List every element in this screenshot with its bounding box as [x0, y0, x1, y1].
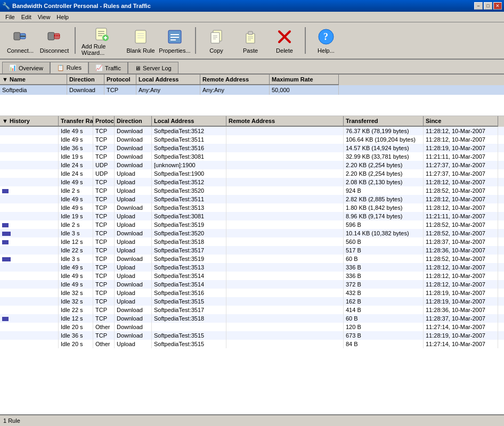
history-cell-local: SoftpediaTest:3517 — [152, 306, 226, 314]
history-cell-since: 11:28:36, 10-Mar-2007 — [424, 306, 498, 314]
help-button[interactable]: ? Help... — [310, 25, 342, 56]
delete-button[interactable]: Delete — [269, 25, 300, 56]
history-row[interactable]: Idle 3 sTCPDownloadSoftpediaTest:351960 … — [0, 255, 504, 263]
history-cell-transferred: 1.80 KB (1,842 bytes) — [344, 203, 424, 212]
history-cell-protocol: TCP — [93, 144, 115, 152]
tab-server-log[interactable]: 🖥 Server Log — [128, 62, 178, 73]
history-row[interactable]: Idle 12 sTCPDownloadSoftpediaTest:351860… — [0, 314, 504, 323]
history-cell-protocol: TCP — [93, 152, 115, 161]
history-cell-local: SoftpediaTest:3514 — [152, 272, 226, 280]
history-cell-transferred: 560 B — [344, 237, 424, 246]
history-cell-rate: Idle 49 s — [59, 272, 93, 280]
history-rows-container: Idle 49 sTCPDownloadSoftpediaTest:351276… — [0, 127, 504, 348]
history-cell-rate: Idle 49 s — [59, 280, 93, 289]
tab-overview[interactable]: 📊 Overview — [2, 62, 50, 73]
history-cell-rate: Idle 2 s — [59, 220, 93, 229]
history-cell-rate: Idle 32 s — [59, 289, 93, 297]
history-cell-name — [0, 297, 59, 306]
history-cell-remote — [226, 280, 344, 289]
history-row[interactable]: Idle 2 sTCPUploadSoftpediaTest:3520924 B… — [0, 186, 504, 195]
history-row[interactable]: Idle 24 sUDPUploadSoftpediaTest:19002.20… — [0, 169, 504, 178]
disconnect-button[interactable]: Disconnect — [38, 25, 70, 56]
history-cell-local: SoftpediaTest:3517 — [152, 246, 226, 255]
history-cell-rate: Idle 19 s — [59, 152, 93, 161]
history-section[interactable]: ▼ History Transfer Ra... Protocol Direct… — [0, 116, 504, 414]
history-cell-direction: Download — [115, 331, 152, 340]
menu-edit[interactable]: Edit — [18, 13, 35, 21]
history-cell-transferred: 14.57 KB (14,924 bytes) — [344, 144, 424, 152]
history-row[interactable]: Idle 19 sTCPDownloadSoftpediaTest:308132… — [0, 152, 504, 161]
title-text: Bandwidth Controller Personal - Rules an… — [12, 3, 151, 9]
history-row[interactable]: Idle 12 sTCPUploadSoftpediaTest:3518560 … — [0, 237, 504, 246]
history-row[interactable]: Idle 49 sTCPDownloadSoftpediaTest:35131.… — [0, 203, 504, 212]
history-cell-local: SoftpediaTest:3518 — [152, 237, 226, 246]
history-row[interactable]: Idle 32 sTCPUploadSoftpediaTest:3515162 … — [0, 297, 504, 306]
history-cell-since: 11:28:19, 10-Mar-2007 — [424, 331, 498, 340]
history-cell-direction: Download — [115, 203, 152, 212]
history-row[interactable]: Idle 20 sOtherUploadSoftpediaTest:351584… — [0, 340, 504, 348]
copy-button[interactable]: Copy — [200, 25, 232, 56]
paste-label: Paste — [243, 47, 258, 54]
connect-button[interactable]: Connect... — [4, 25, 36, 56]
disconnect-label: Disconnect — [40, 47, 69, 54]
history-cell-direction: Download — [115, 127, 152, 135]
history-row[interactable]: Idle 24 sUDPDownload[unknown]:19002.20 K… — [0, 161, 504, 169]
history-cell-remote — [226, 186, 344, 195]
maximize-button[interactable]: □ — [484, 2, 492, 10]
history-row[interactable]: Idle 19 sTCPUploadSoftpediaTest:30818.96… — [0, 212, 504, 220]
rules-col-remote: Remote Address — [200, 75, 270, 85]
separator-3 — [305, 27, 306, 54]
history-row[interactable]: Idle 49 sTCPUploadSoftpediaTest:35112.82… — [0, 195, 504, 203]
history-row[interactable]: Idle 49 sTCPUploadSoftpediaTest:35122.08… — [0, 178, 504, 186]
history-row[interactable]: Idle 36 sTCPDownloadSoftpediaTest:351614… — [0, 144, 504, 152]
add-rule-wizard-button[interactable]: Add Rule Wizard... — [80, 25, 123, 56]
close-button[interactable]: ✕ — [493, 2, 502, 10]
history-row[interactable]: Idle 22 sTCPUploadSoftpediaTest:3517517 … — [0, 246, 504, 255]
properties-button[interactable]: Properties... — [159, 25, 191, 56]
history-cell-transferred: 336 B — [344, 263, 424, 272]
history-col-remote: Remote Address — [226, 116, 344, 127]
history-cell-transferred: 924 B — [344, 186, 424, 195]
history-cell-rate: Idle 19 s — [59, 212, 93, 220]
rules-col-name: ▼ Name — [0, 75, 67, 85]
history-cell-remote — [226, 161, 344, 169]
history-cell-local: SoftpediaTest:3512 — [152, 178, 226, 186]
history-row[interactable]: Idle 20 sOtherDownload120 B11:27:14, 10-… — [0, 323, 504, 331]
menu-file[interactable]: File — [2, 13, 18, 21]
history-row[interactable]: Idle 36 sTCPDownloadSoftpediaTest:351567… — [0, 331, 504, 340]
history-cell-local: SoftpediaTest:3516 — [152, 144, 226, 152]
tab-traffic[interactable]: 📈 Traffic — [88, 62, 128, 73]
history-row[interactable]: Idle 32 sTCPUploadSoftpediaTest:3516432 … — [0, 289, 504, 297]
history-row[interactable]: Idle 49 sTCPDownloadSoftpediaTest:351437… — [0, 280, 504, 289]
history-row[interactable]: Idle 49 sTCPUploadSoftpediaTest:3513336 … — [0, 263, 504, 272]
tab-rules[interactable]: 📋 Rules — [50, 62, 88, 73]
menu-view[interactable]: View — [35, 13, 54, 21]
history-cell-protocol: UDP — [93, 161, 115, 169]
history-row[interactable]: Idle 49 sTCPDownloadSoftpediaTest:351110… — [0, 135, 504, 144]
copy-icon — [207, 27, 226, 46]
history-row[interactable]: Idle 22 sTCPDownloadSoftpediaTest:351741… — [0, 306, 504, 314]
history-cell-remote — [226, 323, 344, 331]
blank-rule-button[interactable]: Blank Rule — [125, 25, 157, 56]
rules-section: ▼ Name Direction Protocol Local Address … — [0, 75, 504, 116]
history-cell-since: 11:28:19, 10-Mar-2007 — [424, 289, 498, 297]
history-cell-protocol: TCP — [93, 246, 115, 255]
history-row[interactable]: Idle 3 sTCPDownloadSoftpediaTest:352010.… — [0, 229, 504, 237]
history-col-name: ▼ History — [0, 116, 59, 127]
history-cell-transferred: 76.37 KB (78,199 bytes) — [344, 127, 424, 135]
separator-1 — [75, 27, 76, 54]
history-row[interactable]: Idle 2 sTCPUploadSoftpediaTest:3519596 B… — [0, 220, 504, 229]
menu-help[interactable]: Help — [53, 13, 72, 21]
paste-button[interactable]: Paste — [234, 25, 266, 56]
history-row[interactable]: Idle 49 sTCPDownloadSoftpediaTest:351276… — [0, 127, 504, 135]
history-cell-name — [0, 246, 59, 255]
history-cell-protocol: Other — [93, 323, 115, 331]
rules-row[interactable]: Softpedia Download TCP Any:Any Any:Any 5… — [0, 85, 504, 95]
history-cell-direction: Upload — [115, 220, 152, 229]
rule-protocol: TCP — [104, 85, 136, 95]
minimize-button[interactable]: − — [474, 2, 483, 10]
history-cell-name — [0, 195, 59, 203]
history-cell-remote — [226, 340, 344, 348]
tab-traffic-label: Traffic — [105, 65, 121, 71]
history-row[interactable]: Idle 49 sTCPUploadSoftpediaTest:3514336 … — [0, 272, 504, 280]
